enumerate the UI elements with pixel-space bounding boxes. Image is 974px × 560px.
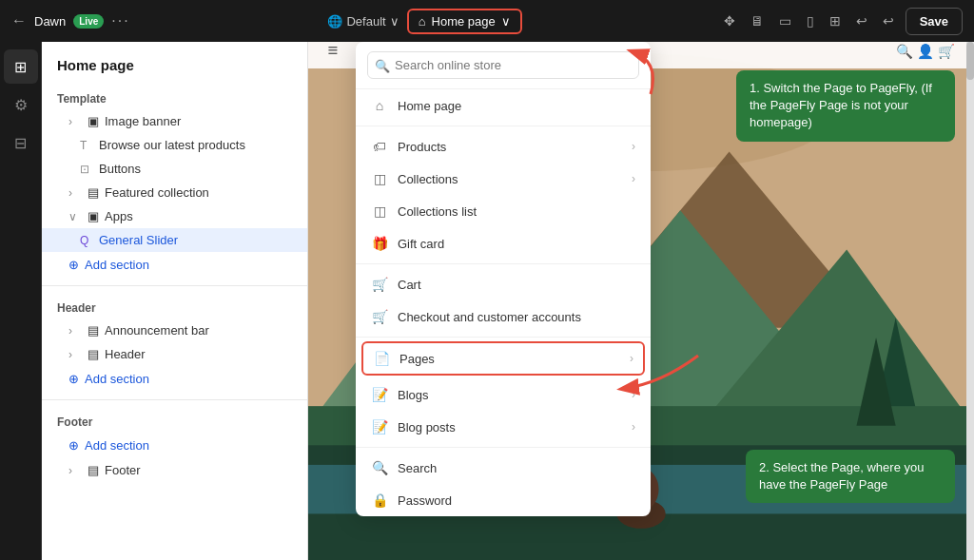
collections-arrow: › xyxy=(632,172,635,185)
checkout-icon: 🛒 xyxy=(371,309,388,324)
sidebar-icon-apps[interactable]: ⊟ xyxy=(4,126,38,160)
tree-item-image-banner[interactable]: › ▣ Image banner xyxy=(42,109,307,133)
expand-icon-4: › xyxy=(68,324,82,338)
tree-item-featured-collection[interactable]: › ▤ Featured collection xyxy=(42,181,307,204)
expand-icon-6: › xyxy=(68,464,82,477)
dropdown-search-area: 🔍 xyxy=(356,42,651,89)
main-layout: ⊞ ⚙ ⊟ Home page Template › ▣ Image banne… xyxy=(0,42,974,560)
pages-icon: 📄 xyxy=(373,351,390,366)
home-page-icon: ⌂ xyxy=(371,98,388,113)
page-dropdown: 🔍 ⌂ Home page 🏷 Products › xyxy=(356,42,651,516)
undo-button[interactable]: ↩ xyxy=(852,10,871,32)
preview-background: ≡ ys 🔍 👤 🛒 🔍 ⌂ Home page xyxy=(308,42,974,560)
icon-sidebar: ⊞ ⚙ ⊟ xyxy=(0,42,42,560)
dropdown-item-checkout[interactable]: 🛒 Checkout and customer accounts xyxy=(356,300,651,333)
left-panel: Home page Template › ▣ Image banner T Br… xyxy=(42,42,308,560)
footer-section-label: Footer xyxy=(42,408,307,433)
expand-icon-2: › xyxy=(68,186,82,200)
dropdown-item-collections[interactable]: ◫ Collections › xyxy=(356,163,651,195)
products-arrow: › xyxy=(632,140,635,153)
dropdown-item-pages-highlighted: 📄 Pages › xyxy=(361,341,645,376)
tree-item-buttons[interactable]: ⊡ Buttons xyxy=(42,157,307,181)
search-input-wrap: 🔍 xyxy=(367,51,639,79)
scroll-indicator[interactable] xyxy=(966,42,974,560)
expand-icon: › xyxy=(68,115,82,128)
tooltip-1: 1. Switch the Page to PageFly, (If the P… xyxy=(736,70,955,142)
dropdown-divider-3 xyxy=(356,337,651,338)
tree-item-announcement-bar[interactable]: › ▤ Announcement bar xyxy=(42,319,307,342)
password-icon: 🔒 xyxy=(371,492,388,508)
header-icon: ▤ xyxy=(88,347,99,361)
back-button[interactable]: ← xyxy=(11,12,27,29)
default-button[interactable]: 🌐 Default ∨ xyxy=(327,14,399,29)
tree-item-footer[interactable]: › ▤ Footer xyxy=(42,458,307,482)
dropdown-item-gift-card[interactable]: 🎁 Gift card xyxy=(356,227,651,260)
tablet-view-button[interactable]: ▭ xyxy=(775,10,795,32)
expand-icon-3: ∨ xyxy=(68,210,82,223)
grid-view-button[interactable]: ⊞ xyxy=(826,10,845,32)
products-icon: 🏷 xyxy=(371,139,388,154)
desktop-view-button[interactable]: 🖥 xyxy=(747,10,768,32)
topbar-right: ✥ 🖥 ▭ ▯ ⊞ ↩ ↩ Save xyxy=(720,8,963,35)
dropdown-item-products[interactable]: 🏷 Products › xyxy=(356,130,651,163)
header-section-label: Header xyxy=(42,294,307,319)
home-page-button[interactable]: ⌂ Home page ∨ xyxy=(407,9,522,34)
tree-item-browse-products[interactable]: T Browse our latest products xyxy=(42,133,307,157)
tree-item-header[interactable]: › ▤ Header xyxy=(42,342,307,366)
sidebar-icon-settings[interactable]: ⚙ xyxy=(4,87,38,122)
announcement-icon: ▤ xyxy=(88,323,99,338)
save-button[interactable]: Save xyxy=(906,8,963,35)
text-icon: T xyxy=(80,139,93,152)
dropdown-divider-2 xyxy=(356,263,651,264)
blogs-arrow: › xyxy=(632,388,635,401)
dropdown-divider-1 xyxy=(356,126,651,126)
plus-icon-header: ⊕ xyxy=(68,372,79,386)
svg-text:≡: ≡ xyxy=(328,42,339,60)
cart-icon: 🛒 xyxy=(371,277,388,292)
blog-posts-arrow: › xyxy=(632,420,635,434)
search-online-store-input[interactable] xyxy=(367,51,639,79)
chevron-down-icon: ∨ xyxy=(390,14,399,29)
plus-icon-template: ⊕ xyxy=(68,258,79,272)
dropdown-divider-4 xyxy=(356,447,651,448)
tree-item-apps[interactable]: ∨ ▣ Apps xyxy=(42,204,307,228)
topbar-center: 🌐 Default ∨ ⌂ Home page ∨ xyxy=(142,9,709,34)
dropdown-item-home-page[interactable]: ⌂ Home page xyxy=(356,89,651,122)
dropdown-item-pages[interactable]: 📄 Pages › xyxy=(363,343,643,374)
component-icon: ⊡ xyxy=(80,163,93,176)
add-section-footer-button[interactable]: ⊕ Add section xyxy=(42,433,165,458)
gift-card-icon: 🎁 xyxy=(371,236,388,251)
redo-button[interactable]: ↩ xyxy=(879,10,898,32)
dropdown-item-cart[interactable]: 🛒 Cart xyxy=(356,268,651,300)
dropdown-item-collections-list[interactable]: ◫ Collections list xyxy=(356,195,651,227)
divider-1 xyxy=(42,285,307,286)
mobile-view-button[interactable]: ▯ xyxy=(803,10,818,32)
live-badge: Live xyxy=(73,14,104,29)
blog-posts-icon: 📝 xyxy=(371,419,388,434)
scroll-thumb[interactable] xyxy=(966,42,974,80)
globe-icon: 🌐 xyxy=(327,14,342,29)
plus-icon-footer: ⊕ xyxy=(68,438,79,453)
sidebar-icon-layout[interactable]: ⊞ xyxy=(4,49,38,84)
dropdown-item-search[interactable]: 🔍 Search xyxy=(356,452,651,484)
add-section-header-button[interactable]: ⊕ Add section xyxy=(42,366,165,392)
dropdown-item-password[interactable]: 🔒 Password xyxy=(356,484,651,516)
expand-icon-5: › xyxy=(68,348,82,361)
add-section-template-button[interactable]: ⊕ Add section xyxy=(42,252,165,278)
cursor-icon-button[interactable]: ✥ xyxy=(720,10,739,32)
svg-text:🔍 👤 🛒: 🔍 👤 🛒 xyxy=(896,43,955,60)
store-name: Dawn xyxy=(34,14,66,29)
divider-2 xyxy=(42,399,307,400)
slider-icon: Q xyxy=(80,234,93,247)
content-area: ≡ ys 🔍 👤 🛒 🔍 ⌂ Home page xyxy=(308,42,974,560)
panel-title: Home page xyxy=(42,53,307,85)
tree-item-general-slider[interactable]: Q General Slider xyxy=(42,228,307,252)
featured-icon: ▤ xyxy=(88,185,99,200)
home-icon: ⌂ xyxy=(419,14,426,29)
search-page-icon: 🔍 xyxy=(371,460,388,475)
more-button[interactable]: ··· xyxy=(111,12,129,29)
collections-list-icon: ◫ xyxy=(371,203,388,219)
blogs-icon: 📝 xyxy=(371,387,388,402)
dropdown-item-blog-posts[interactable]: 📝 Blog posts › xyxy=(356,411,651,443)
dropdown-item-blogs[interactable]: 📝 Blogs › xyxy=(356,378,651,411)
